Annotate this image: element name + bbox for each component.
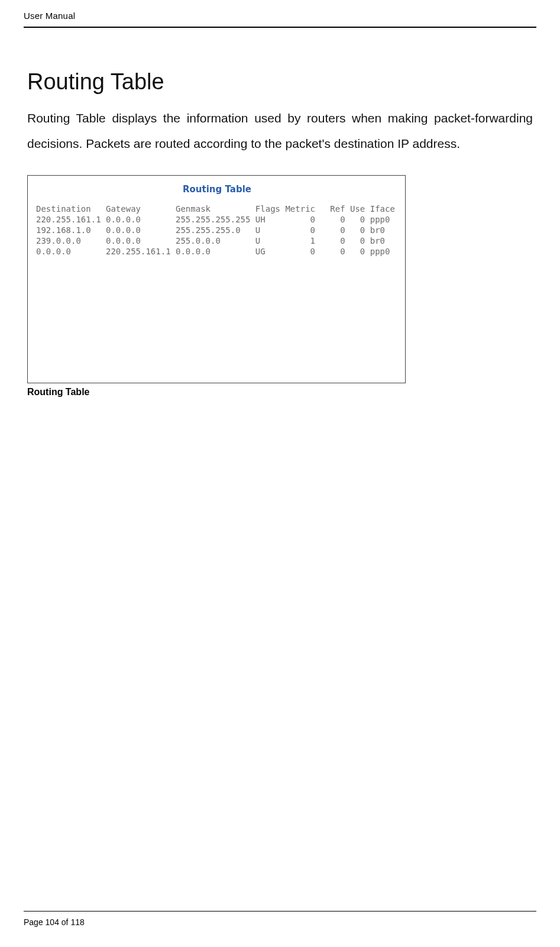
page-number: Page 104 of 118: [24, 917, 536, 927]
figure-padding: [36, 257, 398, 382]
content-area: Routing Table Routing Table displays the…: [24, 69, 536, 397]
footer: Page 104 of 118: [24, 911, 536, 927]
header-rule: [24, 27, 536, 28]
section-title: Routing Table: [27, 69, 533, 95]
routing-table-figure: Routing Table Destination Gateway Genmas…: [27, 175, 406, 383]
figure-title: Routing Table: [36, 184, 398, 195]
footer-rule: [24, 911, 536, 912]
figure-caption: Routing Table: [27, 387, 533, 397]
header-doc-label: User Manual: [24, 11, 536, 21]
page: User Manual Routing Table Routing Table …: [0, 0, 560, 947]
routing-table-text: Destination Gateway Genmask Flags Metric…: [36, 204, 398, 257]
section-body: Routing Table displays the information u…: [27, 105, 533, 156]
